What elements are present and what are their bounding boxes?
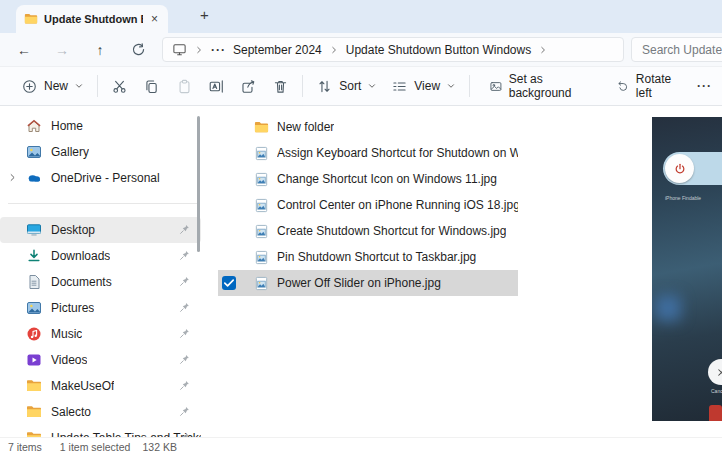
file-row[interactable]: Change Shortcut Icon on Windows 11.jpg — [218, 166, 518, 192]
sidebar-item-label: Desktop — [51, 223, 95, 237]
file-row[interactable]: Pin Shutdown Shortcut to Taskbar.jpg — [218, 244, 518, 270]
power-off-slider-knob — [665, 154, 694, 183]
preview-red-shape — [709, 405, 722, 421]
sidebar-item-update-table-tips-and-tricks-in-wor[interactable]: Update Table Tips and Tricks in Wor — [0, 425, 201, 437]
sidebar-scrollbar[interactable] — [197, 116, 200, 252]
file-row[interactable]: New folder — [218, 114, 518, 140]
share-button[interactable] — [232, 72, 264, 100]
sidebar-item-gallery[interactable]: Gallery — [0, 139, 201, 165]
tab-title: Update Shutdown Button Win — [44, 13, 143, 25]
sidebar-item-desktop[interactable]: Desktop — [0, 217, 201, 243]
pin-icon — [178, 223, 191, 236]
back-button[interactable]: ← — [10, 37, 38, 62]
folder-icon — [24, 12, 38, 26]
sidebar-item-label: Pictures — [51, 301, 94, 315]
tab-bar: Update Shutdown Button Win × + — [0, 0, 722, 33]
chevron-right-icon — [538, 45, 548, 55]
rotate-left-button[interactable]: Rotate left — [609, 72, 687, 100]
sort-button-label: Sort — [339, 79, 361, 93]
file-name: Assign Keyboard Shortcut for Shutdown on… — [277, 146, 518, 160]
sidebar-item-makeuseof[interactable]: MakeUseOf — [0, 373, 201, 399]
plus-circle-icon — [21, 78, 38, 95]
downloads-icon — [26, 248, 42, 264]
sidebar-pinned-list: DesktopDownloadsDocumentsPicturesMusicVi… — [0, 217, 205, 437]
pin-icon — [178, 379, 191, 392]
cancel-label: Cancel — [711, 388, 722, 394]
breadcrumb-overflow[interactable]: ··· — [211, 43, 226, 57]
file-name: Change Shortcut Icon on Windows 11.jpg — [277, 172, 497, 186]
sidebar-item-salecto[interactable]: Salecto — [0, 399, 201, 425]
pin-icon — [178, 275, 191, 288]
status-bar: 7 items 1 item selected 132 KB — [0, 437, 722, 455]
set-as-background-label: Set as background — [509, 72, 590, 100]
breadcrumb-item[interactable]: Update Shutdown Button Windows — [346, 43, 531, 57]
up-button[interactable]: ↑ — [86, 37, 114, 62]
cancel-circle — [708, 359, 722, 385]
music-icon — [26, 326, 42, 342]
gallery-icon — [26, 144, 42, 160]
sort-button[interactable]: Sort — [309, 72, 384, 100]
sidebar-top-list: HomeGalleryOneDrive - Personal — [0, 106, 205, 191]
toolbar-divider — [302, 75, 303, 97]
copy-icon — [143, 78, 160, 95]
power-icon — [673, 162, 687, 176]
sidebar-item-videos[interactable]: Videos — [0, 347, 201, 373]
sidebar-item-pictures[interactable]: Pictures — [0, 295, 201, 321]
search-input[interactable]: Search Update S — [631, 37, 722, 62]
refresh-button[interactable] — [124, 37, 152, 62]
file-row[interactable]: Power Off Slider on iPhone.jpg — [218, 270, 518, 296]
chevron-down-icon — [446, 81, 456, 91]
file-row[interactable]: Control Center on iPhone Running iOS 18.… — [218, 192, 518, 218]
sidebar-item-label: Gallery — [51, 145, 89, 159]
file-name: New folder — [277, 120, 334, 134]
pin-icon — [178, 301, 191, 314]
desktop-monitor-icon[interactable] — [172, 42, 187, 57]
rename-button[interactable] — [200, 72, 232, 100]
file-name: Create Shutdown Shortcut for Windows.jpg — [277, 224, 506, 238]
trash-icon — [272, 78, 289, 95]
file-row[interactable]: Assign Keyboard Shortcut for Shutdown on… — [218, 140, 518, 166]
tab-update-shutdown[interactable]: Update Shutdown Button Win × — [16, 5, 168, 33]
chevron-right-icon — [7, 172, 18, 183]
command-bar: New Sort View Set as background Rotate l… — [0, 66, 722, 106]
image-file-icon — [254, 146, 269, 161]
sidebar-item-onedrive-personal[interactable]: OneDrive - Personal — [0, 165, 201, 191]
cut-button[interactable] — [104, 72, 136, 100]
content-area: HomeGalleryOneDrive - Personal DesktopDo… — [0, 106, 722, 437]
breadcrumb-item[interactable]: September 2024 — [233, 43, 322, 57]
preview-pane: iPhone Findable Cancel — [652, 117, 722, 421]
refresh-icon — [131, 42, 146, 57]
view-button[interactable]: View — [384, 72, 463, 100]
file-row[interactable]: Create Shutdown Shortcut for Windows.jpg — [218, 218, 518, 244]
delete-button[interactable] — [264, 72, 296, 100]
cut-icon — [111, 78, 128, 95]
paste-button — [168, 72, 200, 100]
address-bar[interactable]: ··· September 2024 Update Shutdown Butto… — [162, 37, 624, 62]
image-file-icon — [254, 224, 269, 239]
sidebar-item-label: Videos — [51, 353, 87, 367]
sidebar-item-label: Salecto — [51, 405, 91, 419]
image-file-icon — [254, 250, 269, 265]
desktop-icon — [26, 222, 42, 238]
copy-button[interactable] — [136, 72, 168, 100]
new-button[interactable]: New — [14, 72, 91, 100]
sidebar-divider — [8, 203, 197, 204]
sidebar-item-home[interactable]: Home — [0, 113, 201, 139]
sidebar-item-downloads[interactable]: Downloads — [0, 243, 201, 269]
selected-checkbox[interactable] — [222, 276, 236, 290]
chevron-down-icon — [74, 81, 84, 91]
onedrive-icon — [26, 170, 42, 186]
sidebar-item-label: Music — [51, 327, 82, 341]
documents-icon — [26, 274, 42, 290]
more-options-button[interactable]: ··· — [687, 79, 722, 93]
file-name: Power Off Slider on iPhone.jpg — [277, 276, 441, 290]
sidebar-item-label: Downloads — [51, 249, 110, 263]
sidebar-item-documents[interactable]: Documents — [0, 269, 201, 295]
close-tab-icon[interactable]: × — [149, 12, 160, 26]
folder-icon — [26, 378, 42, 394]
videos-icon — [26, 352, 42, 368]
set-as-background-button[interactable]: Set as background — [482, 72, 597, 100]
sidebar-item-music[interactable]: Music — [0, 321, 201, 347]
new-tab-button[interactable]: + — [200, 6, 209, 23]
sort-arrows-icon — [316, 78, 333, 95]
